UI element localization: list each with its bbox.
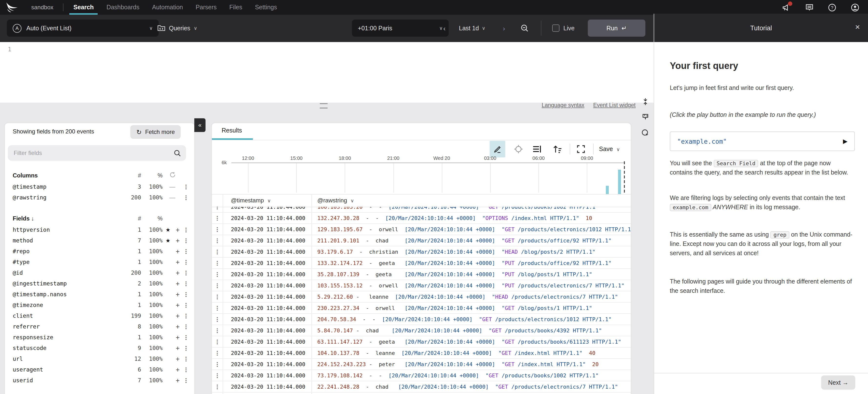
live-toggle[interactable]: Live: [552, 20, 575, 37]
row-menu-icon[interactable]: ⋮: [212, 384, 223, 390]
row-menu-icon[interactable]: ⋮: [212, 207, 223, 210]
field-row[interactable]: userid 7 100% + ⋮: [5, 375, 194, 386]
field-row[interactable]: referrer 8 100% + ⋮: [5, 321, 194, 332]
table-row[interactable]: ⋮ 2024-03-20 11:10:44.000 73.179.108.142…: [212, 370, 631, 381]
column-header-rawstring[interactable]: @rawstring ∨: [317, 197, 354, 204]
account-icon[interactable]: [851, 3, 859, 11]
collapse-panels-icon[interactable]: [641, 98, 649, 106]
run-button[interactable]: Run ↵: [588, 20, 645, 37]
field-menu-icon[interactable]: ⋮: [182, 227, 190, 233]
play-button[interactable]: ▶: [843, 138, 847, 145]
field-row[interactable]: @id 200 100% + ⋮: [5, 268, 194, 278]
field-menu-icon[interactable]: ⋮: [182, 323, 190, 330]
row-menu-icon[interactable]: ⋮: [212, 226, 223, 232]
brush-icon[interactable]: [641, 113, 649, 121]
live-checkbox[interactable]: [552, 24, 559, 32]
next-button[interactable]: Next →: [822, 375, 855, 390]
field-row[interactable]: client 199 100% + ⋮: [5, 310, 194, 321]
row-menu-icon[interactable]: ⋮: [212, 215, 223, 221]
add-field-icon[interactable]: +: [173, 258, 182, 266]
sort-ascending-icon[interactable]: [551, 143, 564, 156]
table-row[interactable]: ⋮ 2024-03-20 11:10:44.000 104.10.137.78 …: [212, 347, 631, 359]
row-menu-icon[interactable]: ⋮: [212, 271, 223, 277]
row-menu-icon[interactable]: ⋮: [212, 260, 223, 266]
field-menu-icon[interactable]: ⋮: [182, 259, 190, 265]
inspect-click-icon[interactable]: [641, 129, 649, 137]
add-field-icon[interactable]: +: [173, 312, 182, 320]
add-field-icon[interactable]: +: [173, 344, 182, 352]
row-menu-icon[interactable]: ⋮: [212, 293, 223, 300]
field-menu-icon[interactable]: ⋮: [182, 237, 190, 244]
add-field-icon[interactable]: +: [173, 236, 182, 245]
filter-fields-input[interactable]: [13, 149, 174, 157]
table-row[interactable]: ⋮ 2024-03-20 11:10:44.000 93.179.6.17 - …: [212, 246, 631, 258]
field-menu-icon[interactable]: ⋮: [182, 291, 190, 298]
tab-results[interactable]: Results: [222, 127, 242, 134]
column-menu-icon[interactable]: ⋮: [182, 184, 190, 190]
timezone-dropdown[interactable]: +01:00 Paris ∨: [352, 20, 448, 37]
nav-item-parsers[interactable]: Parsers: [195, 0, 217, 15]
save-dropdown[interactable]: Save ∨: [599, 143, 620, 156]
table-row[interactable]: ⋮ 2024-03-20 11:10:44.000 103.155.153.12…: [212, 280, 631, 291]
row-menu-icon[interactable]: ⋮: [212, 249, 223, 255]
table-row[interactable]: ⋮ 2024-03-20 11:10:44.000 63.111.147.127…: [212, 336, 631, 347]
field-row[interactable]: method 7 100% ★ + ⋮: [5, 235, 194, 246]
zoom-out-time-icon[interactable]: [520, 20, 529, 37]
add-field-icon[interactable]: +: [173, 280, 182, 287]
table-row[interactable]: ⋮ 2024-03-20 11:10:44.000 230.223.27.34 …: [212, 303, 631, 314]
fetch-more-button[interactable]: ↻ Fetch more: [131, 125, 181, 139]
field-menu-icon[interactable]: ⋮: [182, 345, 190, 351]
table-row[interactable]: ⋮ 2024-03-20 11:10:44.000 5.84.70.147 - …: [212, 325, 631, 336]
nav-item-search[interactable]: Search: [73, 0, 94, 15]
column-row-rawstring[interactable]: @rawstring 200 100% — ⋮: [5, 192, 194, 203]
field-menu-icon[interactable]: ⋮: [182, 377, 190, 384]
time-back-button[interactable]: ‹: [443, 20, 445, 37]
table-row[interactable]: ⋮ 2024-03-20 11:10:44.000 133.32.174.172…: [212, 258, 631, 269]
row-menu-icon[interactable]: ⋮: [212, 372, 223, 378]
add-field-icon[interactable]: +: [173, 333, 182, 341]
event-list-icon[interactable]: [531, 143, 544, 156]
feedback-icon[interactable]: [805, 3, 813, 11]
field-menu-icon[interactable]: ⋮: [182, 356, 190, 362]
table-row[interactable]: ⋮ 2024-03-20 11:10:44.000 160.103.103.20…: [212, 207, 631, 213]
language-syntax-link[interactable]: Language syntax: [541, 102, 584, 108]
splitter-drag-handle[interactable]: [320, 103, 328, 109]
field-row[interactable]: #type 1 100% + ⋮: [5, 257, 194, 268]
favorite-star-icon[interactable]: ★: [162, 227, 173, 233]
nav-item-dashboards[interactable]: Dashboards: [106, 0, 140, 15]
row-menu-icon[interactable]: ⋮: [212, 361, 223, 367]
timeline-histogram[interactable]: 6k 12:0015:0018:0021:00Wed 2003:0006:000…: [212, 159, 631, 194]
help-icon[interactable]: ?: [828, 3, 836, 11]
table-row[interactable]: ⋮ 2024-03-20 11:10:44.000 204.70.58.34 -…: [212, 314, 631, 325]
annotate-pencil-icon[interactable]: [490, 141, 505, 158]
field-menu-icon[interactable]: ⋮: [182, 248, 190, 254]
fullscreen-icon[interactable]: [575, 143, 587, 156]
add-field-icon[interactable]: +: [173, 355, 182, 363]
table-row[interactable]: ⋮ 2024-03-20 11:10:44.000 5.29.212.60 - …: [212, 291, 631, 303]
histogram-bar[interactable]: [618, 170, 621, 197]
close-icon[interactable]: ✕: [855, 24, 860, 31]
field-menu-icon[interactable]: ⋮: [182, 366, 190, 373]
field-menu-icon[interactable]: ⋮: [182, 334, 190, 340]
row-menu-icon[interactable]: ⋮: [212, 316, 223, 322]
row-menu-icon[interactable]: ⋮: [212, 305, 223, 311]
table-row[interactable]: ⋮ 2024-03-20 11:10:44.000 132.247.30.28 …: [212, 213, 631, 224]
falcon-logo-icon[interactable]: [6, 2, 19, 13]
favorite-star-icon[interactable]: ★: [162, 237, 173, 244]
nav-item-files[interactable]: Files: [229, 0, 242, 15]
add-field-icon[interactable]: +: [173, 247, 182, 255]
crosshair-icon[interactable]: [512, 143, 525, 156]
queries-dropdown[interactable]: Queries ∨: [157, 20, 197, 37]
refresh-columns-icon[interactable]: [162, 172, 182, 179]
field-row[interactable]: responsesize 1 100% + ⋮: [5, 332, 194, 343]
add-field-icon[interactable]: +: [173, 290, 182, 298]
view-selector-dropdown[interactable]: A Auto (Event List) ∨: [7, 20, 159, 37]
row-menu-icon[interactable]: ⋮: [212, 350, 223, 356]
nav-item-automation[interactable]: Automation: [152, 0, 183, 15]
add-field-icon[interactable]: +: [173, 269, 182, 277]
add-field-icon[interactable]: +: [173, 301, 182, 309]
event-list-widget-link[interactable]: Event List widget: [593, 102, 636, 108]
row-menu-icon[interactable]: ⋮: [212, 237, 223, 244]
row-menu-icon[interactable]: ⋮: [212, 339, 223, 345]
announcements-icon[interactable]: [782, 3, 790, 11]
